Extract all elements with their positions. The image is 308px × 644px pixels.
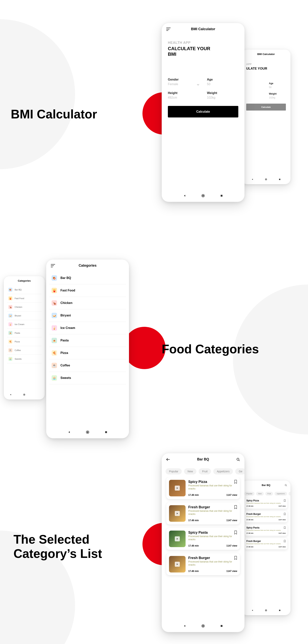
food-card[interactable]: Spicy PastaProcessed bananas that use th… xyxy=(245,524,287,536)
category-item[interactable]: 🍕Pizza xyxy=(7,338,42,346)
filter-chip[interactable]: Appetizers xyxy=(274,492,287,496)
nav-home-icon[interactable] xyxy=(86,430,89,434)
bookmark-icon[interactable] xyxy=(284,526,286,529)
food-card[interactable]: Spicy PizzaProcessed bananas that use th… xyxy=(245,498,287,509)
bookmark-icon[interactable] xyxy=(234,505,237,509)
category-item[interactable]: 🍝Pasta xyxy=(7,329,42,338)
category-item[interactable]: 🍗Chicken xyxy=(49,297,126,309)
nav-recent-icon[interactable] xyxy=(279,178,281,180)
category-name: Pasta xyxy=(60,339,69,342)
category-item[interactable]: 🍝Pasta xyxy=(49,334,126,347)
food-card[interactable]: Fresh BurgerProcessed bananas that use t… xyxy=(245,538,287,549)
value-height[interactable]: 492cm xyxy=(168,96,199,100)
category-item[interactable]: 🧁Sweets xyxy=(7,355,42,363)
bookmark-icon[interactable] xyxy=(234,556,237,560)
subtitle: HEALTH APP xyxy=(168,41,238,45)
page-title: BMI Calculator xyxy=(191,27,215,31)
page-title: Bar BQ xyxy=(262,484,270,486)
card-title: Fresh Burger xyxy=(188,505,237,509)
svg-point-10 xyxy=(87,432,88,433)
filter-chip[interactable]: New xyxy=(256,492,264,496)
category-name: Ice Cream xyxy=(15,323,25,326)
category-item[interactable]: ☕Coffee xyxy=(49,359,126,372)
category-item[interactable]: 🍖Bar BQ xyxy=(49,272,126,284)
calculate-button[interactable]: Calculate xyxy=(168,106,238,118)
section-title-bmi: BMI Calculator xyxy=(11,107,97,122)
filter-chip[interactable]: Ge xyxy=(288,492,290,496)
category-item[interactable]: 🍦Ice Cream xyxy=(7,320,42,329)
nav-back-icon[interactable] xyxy=(10,394,12,396)
category-item[interactable]: ☕Coffee xyxy=(7,346,42,355)
search-icon[interactable] xyxy=(236,458,240,461)
play-icon[interactable] xyxy=(175,511,180,516)
filter-chip[interactable]: Popular xyxy=(244,492,254,496)
phone-bmi-back: BMI Calculator APP ULATE YOUR Age 50 Wei… xyxy=(242,50,290,184)
menu-icon[interactable] xyxy=(166,28,171,31)
nav-recent-icon[interactable] xyxy=(220,624,223,627)
nav-home-icon[interactable] xyxy=(265,178,267,180)
category-item[interactable]: 🍖Bar BQ xyxy=(7,286,42,294)
nav-recent-icon[interactable] xyxy=(105,431,107,434)
category-item[interactable]: 🍛Biryani xyxy=(49,309,126,322)
card-title: Fresh Burger xyxy=(246,540,286,542)
category-item[interactable]: 🍟Fast Food xyxy=(7,294,42,303)
bookmark-icon[interactable] xyxy=(284,499,286,502)
nav-back-icon[interactable] xyxy=(183,624,186,627)
food-card[interactable]: Spicy PizzaProcessed bananas that use th… xyxy=(166,477,240,499)
value-age[interactable]: 50 xyxy=(269,86,286,88)
value-age[interactable]: 50 xyxy=(207,82,238,86)
value-weight[interactable]: 102kg xyxy=(269,96,286,99)
category-item[interactable]: 🧁Sweets xyxy=(49,372,126,384)
category-name: Chicken xyxy=(60,301,72,305)
nav-back-icon[interactable] xyxy=(68,431,70,434)
nav-home-icon[interactable] xyxy=(23,394,25,396)
bookmark-icon[interactable] xyxy=(234,480,237,484)
category-item[interactable]: 🍦Ice Cream xyxy=(49,322,126,334)
value-gender[interactable]: Female xyxy=(168,82,199,86)
nav-home-icon[interactable] xyxy=(201,194,205,198)
nav-home-icon[interactable] xyxy=(265,609,267,612)
filter-chip[interactable]: Fruit xyxy=(265,492,273,496)
category-item[interactable]: 🍛Biryani xyxy=(7,312,42,320)
card-title: Spicy Pasta xyxy=(246,526,286,529)
filter-chip[interactable]: New xyxy=(184,468,196,474)
food-card[interactable]: Fresh BurgerProcessed bananas that use t… xyxy=(166,502,240,524)
food-card[interactable]: Spicy PastaProcessed bananas that use th… xyxy=(166,528,240,550)
nav-back-icon[interactable] xyxy=(183,194,186,197)
category-name: Pizza xyxy=(60,351,68,355)
nav-bar xyxy=(242,174,290,184)
bookmark-icon[interactable] xyxy=(284,540,286,542)
value-weight[interactable]: 102kg xyxy=(207,96,238,100)
svg-point-7 xyxy=(24,394,25,395)
nav-recent-icon[interactable] xyxy=(279,610,281,611)
chevron-down-icon[interactable] xyxy=(197,84,199,86)
nav-recent-icon[interactable] xyxy=(220,194,223,197)
category-item[interactable]: 🍟Fast Food xyxy=(49,284,126,297)
play-icon[interactable] xyxy=(175,562,180,567)
topbar: Bar BQ xyxy=(242,480,290,490)
play-icon[interactable] xyxy=(175,536,180,541)
card-title: Fresh Burger xyxy=(246,513,286,516)
filter-chip[interactable]: Appetizers xyxy=(213,468,233,474)
bookmark-icon[interactable] xyxy=(234,530,237,534)
bookmark-icon[interactable] xyxy=(284,513,286,516)
nav-back-icon[interactable] xyxy=(251,178,253,180)
food-card[interactable]: Fresh BurgerProcessed bananas that use t… xyxy=(245,511,287,522)
food-card[interactable]: Fresh BurgerProcessed bananas that use t… xyxy=(166,553,240,575)
nav-home-icon[interactable] xyxy=(201,624,205,628)
search-icon[interactable] xyxy=(285,484,287,486)
nav-back-icon[interactable] xyxy=(251,610,253,611)
menu-icon[interactable] xyxy=(51,264,55,267)
category-item[interactable]: 🍕Pizza xyxy=(49,347,126,359)
filter-chip[interactable]: Ge xyxy=(235,468,244,474)
bmi-heading: CALCULATE YOUR BMI xyxy=(168,46,218,57)
category-icon: 🍟 xyxy=(52,288,57,293)
category-item[interactable]: 🍗Chicken xyxy=(7,303,42,312)
category-name: Coffee xyxy=(60,364,70,367)
filter-chip[interactable]: Fruit xyxy=(199,468,211,474)
filter-chip[interactable]: Popular xyxy=(166,468,182,474)
card-time: 17.48 min xyxy=(246,546,253,548)
back-arrow-icon[interactable] xyxy=(166,458,170,461)
play-icon[interactable] xyxy=(175,486,180,490)
calculate-button[interactable]: Calculate xyxy=(246,104,286,110)
